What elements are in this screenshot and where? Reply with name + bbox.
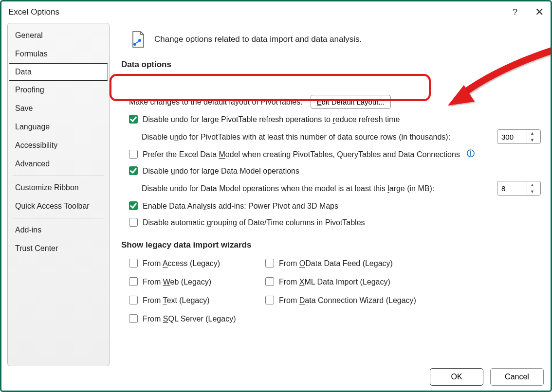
section-data-options: Data options	[121, 60, 541, 70]
close-icon[interactable]: ✕	[535, 6, 544, 18]
info-icon[interactable]: ⓘ	[465, 148, 477, 160]
legacy-sql-row: From SQL Server (Legacy)	[129, 312, 256, 325]
legacy-odata-row: From OData Data Feed (Legacy)	[265, 257, 431, 269]
sidebar-item-addins[interactable]: Add-ins	[8, 221, 109, 239]
disable-autogroup-checkbox[interactable]	[129, 218, 138, 227]
sidebar-item-data[interactable]: Data	[9, 63, 108, 81]
model-mb-spinner[interactable]: ▲▼	[497, 181, 541, 196]
category-sidebar: General Formulas Data Proofing Save Lang…	[7, 23, 110, 366]
cancel-button[interactable]: Cancel	[490, 368, 544, 386]
pivot-layout-row: Make changes to the default layout of Pi…	[129, 95, 541, 109]
legacy-wizard-label: From Data Connection Wizard (Legacy)	[279, 294, 416, 306]
enable-addins-row: Enable Data Analysis add-ins: Power Pivo…	[129, 199, 541, 212]
legacy-access-checkbox[interactable]	[129, 259, 138, 267]
window-title: Excel Options	[8, 7, 59, 17]
legacy-sql-label: From SQL Server (Legacy)	[143, 312, 236, 325]
rows-threshold-spinner[interactable]: ▲▼	[497, 129, 541, 144]
prefer-model-row: Prefer the Excel Data Model when creatin…	[129, 148, 541, 160]
dialog-footer: OK Cancel	[430, 368, 544, 386]
sidebar-item-quick-access-toolbar[interactable]: Quick Access Toolbar	[8, 197, 109, 215]
separator	[13, 218, 104, 218]
prefer-model-checkbox[interactable]	[129, 150, 138, 159]
legacy-xml-label: From XML Data Import (Legacy)	[279, 275, 390, 288]
legacy-sql-checkbox[interactable]	[129, 314, 138, 323]
spin-down-icon[interactable]: ▼	[527, 188, 537, 195]
sidebar-item-general[interactable]: General	[8, 26, 109, 45]
legacy-xml-checkbox[interactable]	[265, 277, 274, 286]
model-mb-input[interactable]	[497, 182, 527, 195]
disable-autogroup-row: Disable automatic grouping of Date/Time …	[129, 216, 541, 229]
spin-down-icon[interactable]: ▼	[527, 137, 537, 143]
legacy-odata-checkbox[interactable]	[265, 259, 274, 267]
dialog-window: Excel Options ? ✕ General Formulas Data …	[0, 0, 552, 392]
disable-autogroup-label: Disable automatic grouping of Date/Time …	[143, 216, 365, 229]
legacy-text-row: From Text (Legacy)	[129, 294, 256, 306]
disable-undo-refresh-label: Disable undo for large PivotTable refres…	[143, 113, 400, 125]
spin-up-icon[interactable]: ▲	[527, 181, 537, 188]
disable-undo-model-row: Disable undo for large Data Model operat…	[129, 164, 541, 177]
rows-threshold-label: Disable undo for PivotTables with at lea…	[142, 130, 450, 143]
intro-text: Change options related to data import an…	[154, 35, 362, 44]
legacy-wizard-checkbox[interactable]	[265, 296, 274, 304]
disable-undo-refresh-row: Disable undo for large PivotTable refres…	[129, 113, 541, 125]
ok-button[interactable]: OK	[430, 368, 483, 386]
legacy-text-checkbox[interactable]	[129, 296, 138, 304]
help-icon[interactable]: ?	[513, 7, 517, 18]
sidebar-item-accessibility[interactable]: Accessibility	[8, 136, 109, 155]
edit-default-layout-button[interactable]: Edit Default Layout...	[311, 95, 391, 109]
legacy-odata-label: From OData Data Feed (Legacy)	[279, 257, 393, 269]
legacy-wizard-row: From Data Connection Wizard (Legacy)	[265, 294, 431, 306]
data-page-icon	[131, 31, 146, 48]
legacy-wizards-grid: From Access (Legacy) From OData Data Fee…	[129, 257, 541, 325]
rows-threshold-row: Disable undo for PivotTables with at lea…	[142, 129, 541, 144]
enable-addins-checkbox[interactable]	[129, 201, 138, 210]
section-legacy-wizards: Show legacy data import wizards	[121, 240, 541, 250]
sidebar-item-formulas[interactable]: Formulas	[8, 45, 109, 63]
rows-threshold-input[interactable]	[497, 131, 527, 143]
main-pane: Change options related to data import an…	[110, 23, 545, 366]
legacy-web-label: From Web (Legacy)	[143, 275, 211, 288]
disable-undo-model-checkbox[interactable]	[129, 166, 138, 175]
intro-row: Change options related to data import an…	[131, 31, 541, 48]
sidebar-item-save[interactable]: Save	[8, 99, 109, 118]
sidebar-item-advanced[interactable]: Advanced	[8, 155, 109, 173]
legacy-access-label: From Access (Legacy)	[143, 257, 220, 269]
separator	[13, 176, 104, 176]
legacy-web-row: From Web (Legacy)	[129, 275, 256, 288]
enable-addins-label: Enable Data Analysis add-ins: Power Pivo…	[143, 199, 338, 212]
legacy-xml-row: From XML Data Import (Legacy)	[265, 275, 431, 288]
sidebar-item-trust-center[interactable]: Trust Center	[8, 239, 109, 258]
disable-undo-refresh-checkbox[interactable]	[129, 115, 138, 124]
sidebar-item-language[interactable]: Language	[8, 118, 109, 136]
legacy-text-label: From Text (Legacy)	[143, 294, 210, 306]
pivot-layout-label: Make changes to the default layout of Pi…	[129, 96, 303, 108]
model-mb-row: Disable undo for Data Model operations w…	[142, 181, 541, 196]
titlebar: Excel Options ? ✕	[1, 1, 551, 19]
legacy-web-checkbox[interactable]	[129, 277, 138, 286]
spin-up-icon[interactable]: ▲	[527, 130, 537, 137]
prefer-model-label: Prefer the Excel Data Model when creatin…	[143, 148, 460, 160]
sidebar-item-customize-ribbon[interactable]: Customize Ribbon	[8, 178, 109, 197]
disable-undo-model-label: Disable undo for large Data Model operat…	[143, 164, 299, 177]
legacy-access-row: From Access (Legacy)	[129, 257, 256, 269]
sidebar-item-proofing[interactable]: Proofing	[8, 81, 109, 99]
model-mb-label: Disable undo for Data Model operations w…	[142, 182, 434, 195]
